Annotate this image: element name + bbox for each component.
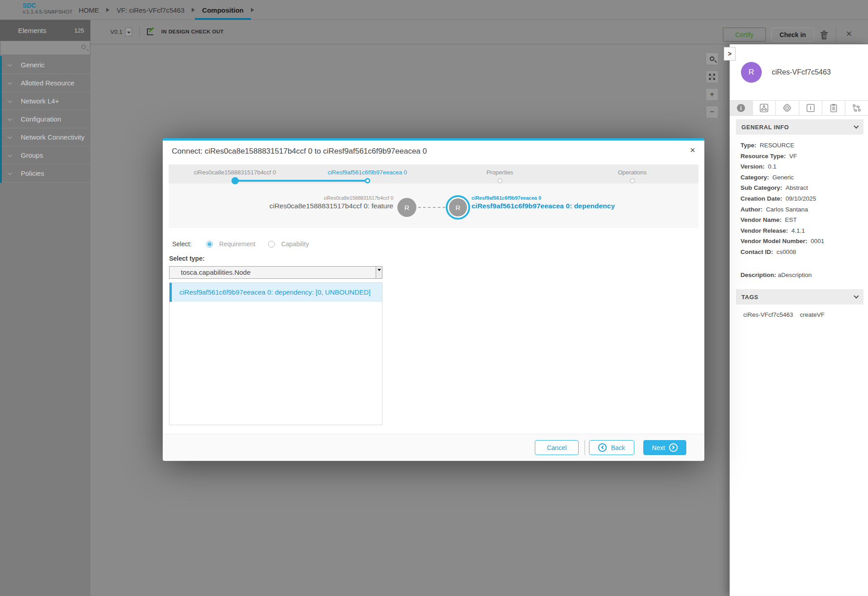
panel-tab-bar (730, 100, 868, 116)
requirement-radio[interactable] (206, 241, 213, 248)
general-info-section-header[interactable]: GENERAL INFO (736, 119, 863, 135)
palette-category-policies[interactable]: Policies (0, 164, 90, 183)
tab-deployment-artifacts[interactable] (822, 101, 845, 115)
canvas-zoom-out-button[interactable]: − (706, 106, 718, 118)
palette-title: Elements (18, 27, 47, 34)
tab-requirements-capabilities[interactable] (845, 101, 868, 115)
select-type-label: Select type: (169, 255, 205, 262)
breadcrumb: HOME VF: ciRes-VFcf7c5463 Composition (71, 0, 254, 20)
field-description: Description: aDescription (741, 272, 812, 278)
source-endpoint-labels: ciRes0ca8e1588831517b4ccf 0 ciRes0ca8e15… (269, 195, 393, 210)
tab-hierarchy[interactable] (753, 101, 776, 115)
field-creation-date: Creation Date: 09/10/2025 (741, 193, 863, 204)
panel-collapse-button[interactable]: > (724, 47, 736, 61)
connection-dashed-line (418, 207, 445, 208)
connect-wizard-modal: Connect: ciRes0ca8e1588831517b4ccf 0 to … (163, 138, 704, 459)
version-status-group: V0.1 IN DESIGN CHECK OUT (110, 26, 224, 38)
chevron-down-icon (854, 123, 859, 128)
source-node-badge: R (397, 198, 416, 217)
checkout-pencil-icon (147, 27, 156, 36)
palette-category-generic[interactable]: Generic (0, 56, 90, 74)
app-logo: SDC v.1.1.4.5-SNAPSHOT (23, 2, 72, 15)
palette-search-input[interactable] (0, 41, 77, 55)
modal-footer: Cancel Back Next (163, 434, 704, 461)
field-version: Version: 0.1 (741, 161, 863, 172)
resource-details-panel: > R ciRes-VFcf7c5463 GENERAL INFO Type: … (730, 44, 868, 596)
connection-preview: ciRes0ca8e1588831517b4ccf 0 ciRes0ca8e15… (169, 183, 698, 228)
wizard-step-properties[interactable]: Properties (434, 164, 566, 183)
requirement-list-item-selected[interactable]: ciResf9af561c6f9b97eeacea 0: dependency:… (170, 283, 382, 302)
cancel-button[interactable]: Cancel (535, 440, 579, 455)
requirement-radio-label[interactable]: Requirement (219, 240, 255, 248)
palette-count: 125 (74, 27, 84, 34)
field-contact-id: Contact ID: cs0008 (741, 247, 863, 258)
modal-title: Connect: ciRes0ca8e1588831517b4ccf 0 to … (172, 147, 427, 156)
type-select-dropdown[interactable]: tosca.capabilities.Node (169, 266, 382, 279)
breadcrumb-home[interactable]: HOME (71, 0, 106, 20)
target-endpoint-labels: ciResf9af561c6f9b97eeacea 0 ciResf9af561… (472, 195, 615, 210)
breadcrumb-arrow-icon (192, 8, 195, 12)
back-button[interactable]: Back (589, 440, 634, 455)
step-dot-pending (497, 178, 502, 183)
chevron-left-circle-icon (598, 443, 607, 452)
breadcrumb-arrow-icon (251, 8, 254, 12)
step-dot-done (231, 177, 239, 184)
chevron-down-icon (8, 99, 12, 103)
divider (836, 27, 836, 42)
type-select-value: tosca.capabilities.Node (181, 268, 250, 276)
close-icon[interactable]: × (842, 27, 856, 41)
lifecycle-status: IN DESIGN CHECK OUT (161, 29, 224, 34)
breadcrumb-composition[interactable]: Composition (195, 0, 251, 20)
palette-category-network-l4[interactable]: Network L4+ (0, 92, 90, 110)
select-label: Select: (172, 240, 192, 248)
tab-information-artifacts[interactable] (799, 101, 822, 115)
delete-trash-icon[interactable] (819, 29, 829, 40)
palette-category-network-connectivity[interactable]: Network Connectivity (0, 128, 90, 146)
tags-values: ciRes-VFcf7c5463 createVF (743, 311, 825, 318)
divider (585, 440, 585, 455)
elements-palette: Elements 125 Generic Allotted Resource N… (0, 20, 90, 596)
info-square-icon (806, 103, 815, 113)
chevron-down-icon (8, 80, 12, 85)
capability-radio[interactable] (268, 241, 275, 248)
clipboard-icon (829, 103, 838, 113)
tab-general-info[interactable] (730, 101, 753, 115)
tab-settings[interactable] (776, 101, 799, 115)
canvas-fit-screen-button[interactable] (706, 70, 718, 83)
search-icon (81, 45, 86, 49)
capability-radio-label[interactable]: Capability (281, 240, 309, 248)
chevron-down-icon (8, 117, 12, 121)
fullscreen-icon (708, 73, 716, 80)
tags-section-header[interactable]: TAGS (736, 289, 863, 305)
tags-heading: TAGS (741, 294, 759, 300)
palette-category-configuration[interactable]: Configuration (0, 110, 90, 128)
wizard-step-operations[interactable]: Operations (566, 164, 698, 183)
network-tree-icon (852, 103, 861, 113)
resource-title: ciRes-VFcf7c5463 (772, 68, 831, 76)
palette-category-groups[interactable]: Groups (0, 146, 90, 164)
hierarchy-icon (760, 103, 769, 113)
wizard-progress-line (235, 180, 368, 182)
palette-accent-strip (0, 56, 2, 183)
requirement-list: ciResf9af561c6f9b97eeacea 0: dependency:… (169, 282, 382, 425)
certify-button[interactable]: Certify (723, 28, 766, 42)
divider (139, 26, 140, 38)
canvas-zoom-in-button[interactable]: + (706, 88, 718, 101)
breadcrumb-vf[interactable]: VF: ciRes-VFcf7c5463 (109, 0, 192, 20)
field-vendor-model-number: Vendor Model Number: 0001 (741, 236, 863, 247)
chevron-down-icon (8, 153, 12, 157)
next-button[interactable]: Next (643, 440, 686, 455)
field-vendor-name: Vendor Name: EST (741, 215, 863, 225)
canvas-search-button[interactable] (706, 52, 718, 65)
canvas-header-bar: V0.1 IN DESIGN CHECK OUT Certify Check i… (90, 20, 868, 44)
palette-category-allotted-resource[interactable]: Allotted Resource (0, 74, 90, 92)
field-type: Type: RESOURCE (741, 140, 863, 151)
field-sub-category: Sub Category: Abstract (741, 183, 863, 193)
palette-search-box (0, 41, 90, 55)
version-label: V0.1 (110, 28, 123, 35)
app-version: v.1.1.4.5-SNAPSHOT (23, 9, 72, 15)
check-in-button[interactable]: Check in (771, 28, 814, 42)
info-filled-icon (736, 103, 745, 113)
version-dropdown-icon[interactable] (125, 28, 132, 36)
close-icon[interactable]: × (687, 145, 698, 155)
